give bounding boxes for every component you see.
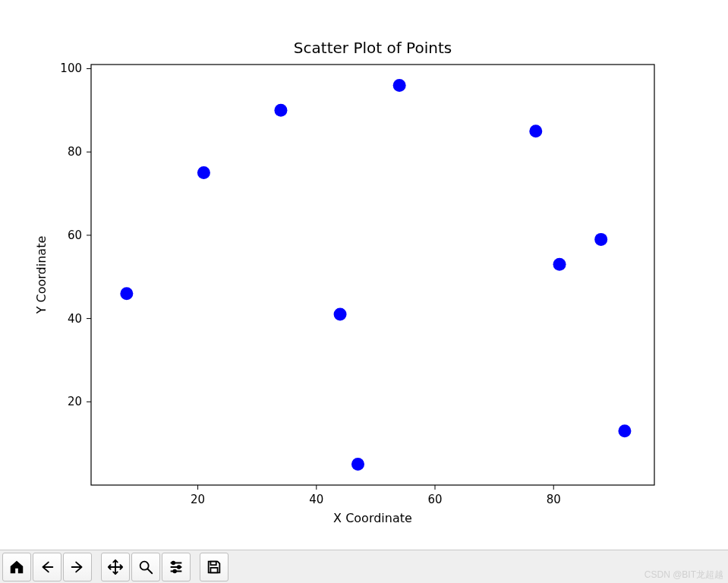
y-axis-label: Y Coordinate: [34, 236, 49, 315]
data-point: [274, 104, 287, 117]
x-tick-label: 20: [191, 493, 205, 506]
watermark-text: CSDN @BIT龙超越: [644, 569, 723, 581]
back-arrow-icon: [39, 559, 55, 575]
forward-arrow-icon: [69, 559, 86, 575]
svg-rect-14: [210, 561, 216, 565]
x-tick-label: 40: [309, 493, 323, 506]
axes-frame: [91, 65, 654, 485]
data-point: [553, 258, 566, 271]
pan-button[interactable]: [101, 553, 130, 581]
svg-rect-15: [210, 567, 217, 572]
data-point: [393, 79, 406, 92]
figure: 20406080 20406080100 Scatter Plot of Poi…: [0, 0, 728, 550]
data-point: [351, 458, 364, 471]
configure-button[interactable]: [162, 553, 191, 581]
zoom-icon: [137, 559, 154, 575]
zoom-button[interactable]: [131, 553, 160, 581]
svg-point-11: [172, 561, 175, 564]
home-icon: [8, 559, 25, 575]
svg-rect-0: [91, 65, 654, 485]
save-icon: [206, 559, 222, 575]
data-point: [618, 424, 631, 437]
forward-button[interactable]: [63, 553, 92, 581]
y-tick-label: 80: [68, 145, 82, 159]
svg-point-10: [140, 561, 149, 569]
data-point: [334, 308, 347, 321]
sliders-icon: [168, 559, 184, 575]
y-ticks: 20406080100: [60, 61, 91, 408]
svg-point-12: [178, 566, 181, 569]
chart-title: Scatter Plot of Points: [294, 39, 452, 57]
data-point: [594, 233, 607, 246]
x-tick-label: 60: [427, 493, 442, 506]
x-ticks: 20406080: [191, 485, 561, 506]
pan-icon: [107, 559, 124, 575]
back-button[interactable]: [33, 553, 61, 581]
data-point: [197, 166, 210, 179]
data-point: [529, 124, 542, 137]
matplotlib-toolbar: CSDN @BIT龙超越: [0, 550, 728, 583]
svg-point-13: [173, 569, 176, 572]
y-tick-label: 60: [68, 228, 82, 242]
y-tick-label: 20: [68, 395, 82, 408]
chart-svg: 20406080 20406080100 Scatter Plot of Poi…: [0, 0, 728, 550]
save-button[interactable]: [200, 553, 228, 581]
home-button[interactable]: [2, 553, 31, 581]
x-axis-label: X Coordinate: [333, 511, 412, 525]
y-tick-label: 100: [60, 61, 82, 75]
x-tick-label: 80: [547, 493, 561, 506]
data-point: [120, 287, 133, 300]
y-tick-label: 40: [68, 312, 82, 326]
